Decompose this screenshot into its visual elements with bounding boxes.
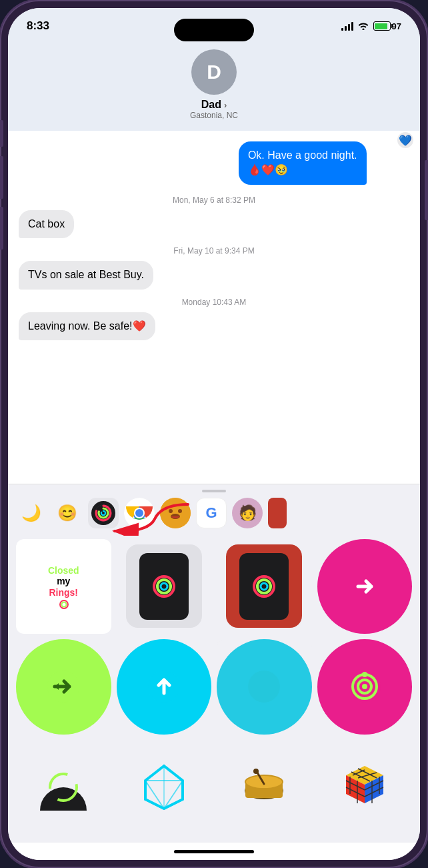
app-icon-partial[interactable]	[268, 498, 287, 528]
volume-down-button[interactable]	[0, 207, 3, 250]
svg-point-9	[169, 509, 173, 513]
messages-area: Ok. Have a good night. 🩸❤️🥹 💙 Mon, May 6…	[8, 131, 420, 484]
sticker-arrow-up-cyan[interactable]	[117, 639, 212, 735]
message-bubble-sent[interactable]: Ok. Have a good night. 🩸❤️🥹	[239, 141, 367, 185]
app-icon-activity[interactable]	[88, 498, 119, 528]
sticker-rubiks-cube[interactable]	[317, 740, 413, 835]
svg-point-10	[178, 509, 182, 513]
panel-handle-row	[8, 484, 420, 495]
sticker-watch-silver[interactable]	[117, 539, 212, 634]
avatar: D	[191, 49, 237, 95]
wifi-icon	[357, 21, 369, 32]
sticker-watch-red[interactable]	[217, 539, 312, 634]
timestamp-1: Mon, May 6 at 8:32 PM	[19, 195, 409, 205]
svg-point-8	[160, 498, 191, 528]
phone-frame: 8:33 🔒	[0, 0, 428, 868]
volume-silent-button[interactable]	[0, 120, 3, 147]
sticker-circle-cyan[interactable]	[217, 639, 312, 735]
app-icon-chrome[interactable]	[124, 498, 155, 528]
contact-location: Gastonia, NC	[190, 111, 238, 120]
home-indicator	[8, 843, 420, 860]
status-time: 8:33	[27, 19, 49, 33]
sticker-closed-rings[interactable]: Closed my Rings!	[16, 539, 111, 634]
power-button[interactable]	[425, 160, 428, 220]
contact-header[interactable]: D Dad › Gastonia, NC	[8, 44, 420, 131]
signal-bar-2	[345, 26, 347, 31]
phone-screen: 8:33 🔒	[8, 8, 420, 860]
battery-pct: 97	[392, 21, 401, 31]
volume-up-button[interactable]	[0, 156, 3, 199]
message-row-sent-1: Ok. Have a good night. 🩸❤️🥹 💙	[239, 141, 409, 187]
contact-chevron-icon: ›	[224, 100, 227, 110]
app-icon-google[interactable]: G	[196, 498, 227, 528]
svg-point-29	[362, 684, 367, 689]
svg-point-41	[245, 775, 283, 789]
timestamp-2: Fri, May 10 at 9:34 PM	[19, 246, 409, 256]
sticker-arrow-pink[interactable]	[317, 539, 413, 634]
app-icon-moon[interactable]: 🌙	[16, 498, 47, 528]
battery-icon: 97	[373, 21, 401, 31]
reaction-badge[interactable]: 💙	[396, 131, 415, 149]
svg-point-7	[135, 509, 143, 517]
sticker-panel: 🌙 😊	[8, 484, 420, 843]
app-icon-row: 🌙 😊	[8, 495, 420, 534]
sticker-semicircle-dark[interactable]	[16, 740, 111, 835]
svg-point-14	[62, 602, 67, 606]
message-bubble-tvs[interactable]: TVs on sale at Best Buy.	[19, 261, 153, 289]
sticker-arrow-lime[interactable]	[16, 639, 111, 735]
sticker-grid: Closed my Rings!	[8, 534, 420, 843]
svg-point-43	[253, 769, 259, 774]
sticker-diamond[interactable]	[117, 740, 212, 835]
signal-bar-3	[348, 24, 350, 31]
signal-bar-4	[351, 22, 353, 31]
contact-name[interactable]: Dad ›	[201, 99, 227, 111]
message-bubble-leaving[interactable]: Leaving now. Be safe!❤️	[19, 312, 155, 340]
app-icon-sticker[interactable]	[160, 498, 191, 528]
sticker-target[interactable]	[317, 639, 413, 735]
panel-handle	[202, 490, 226, 492]
signal-bar-1	[341, 28, 343, 31]
signal-bars	[341, 21, 353, 31]
sticker-drum[interactable]	[217, 740, 312, 835]
svg-point-25	[248, 671, 280, 703]
dynamic-island	[174, 19, 254, 41]
status-right: 97	[341, 21, 401, 32]
app-icon-person[interactable]: 🧑	[232, 498, 263, 528]
timestamp-3: Monday 10:43 AM	[19, 298, 409, 307]
message-bubble-cat-box[interactable]: Cat box	[19, 210, 74, 238]
app-icon-emoji[interactable]: 😊	[52, 498, 83, 528]
home-bar	[174, 850, 254, 853]
